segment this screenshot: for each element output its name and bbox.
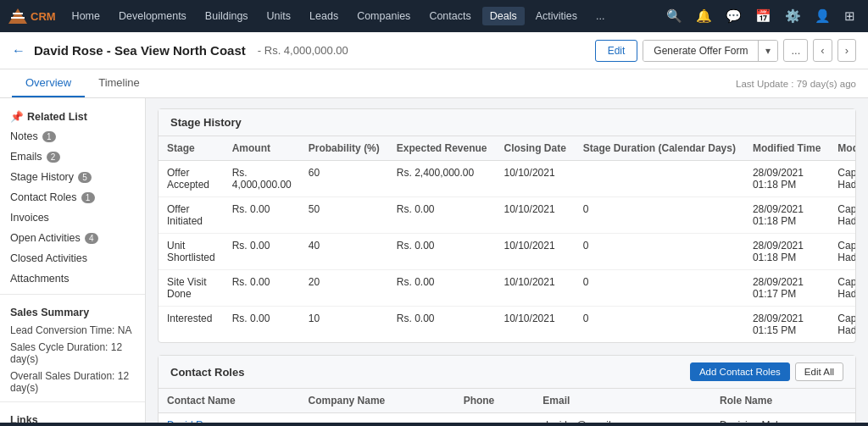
notes-badge: 1	[42, 131, 56, 142]
nav-home[interactable]: Home	[64, 7, 108, 25]
sidebar-item-notes[interactable]: Notes 1	[0, 126, 145, 147]
nav-deals[interactable]: Deals	[482, 7, 525, 25]
col-probability: Probability (%)	[300, 136, 388, 161]
stage-history-table: Stage Amount Probability (%) Expected Re…	[159, 136, 855, 342]
cell-duration	[575, 161, 744, 197]
sidebar-item-closed-activities-label: Closed Activities	[10, 252, 87, 264]
bottom-bar: 🤖 Ask Zia 🔄 ↗ 💬 📞 ⋯	[0, 423, 868, 426]
grid-icon[interactable]: ⊞	[840, 7, 860, 25]
generate-dropdown-icon[interactable]: ▾	[759, 41, 777, 61]
cell-closing-date: 10/10/2021	[496, 197, 575, 234]
contact-roles-title: Contact Roles	[170, 366, 244, 379]
sidebar-item-contact-roles[interactable]: Contact Roles 1	[0, 187, 145, 207]
nav-contacts[interactable]: Contacts	[421, 7, 478, 25]
nav-activities[interactable]: Activities	[528, 7, 585, 25]
topnav-right-icons: 🔍 🔔 💬 📅 ⚙️ 👤 ⊞	[662, 7, 860, 25]
sidebar-divider	[0, 294, 145, 295]
sidebar-item-attachments-label: Attachments	[10, 273, 69, 285]
cell-amount: Rs. 0.00	[224, 270, 300, 307]
top-navigation: CRM Home Developments Buildings Units Le…	[0, 0, 868, 32]
stage-history-title: Stage History	[170, 116, 242, 129]
bell-icon[interactable]: 🔔	[692, 7, 716, 25]
cell-expected-revenue: Rs. 0.00	[388, 307, 496, 343]
sales-summary-title: Sales Summary	[0, 300, 145, 322]
stage-history-card: Stage History Stage Amount Probability (…	[158, 108, 856, 343]
nav-leads[interactable]: Leads	[302, 7, 346, 25]
stage-history-badge: 5	[78, 172, 92, 183]
cell-probability: 40	[300, 234, 388, 270]
cell-duration: 0	[575, 234, 744, 270]
nav-buildings[interactable]: Buildings	[198, 7, 256, 25]
cell-probability: 60	[300, 161, 388, 197]
cell-duration: 0	[575, 197, 744, 234]
cell-expected-revenue: Rs. 2,400,000.00	[388, 161, 496, 197]
calendar-icon[interactable]: 📅	[751, 7, 776, 25]
cell-modified-time: 28/09/2021 01:17 PM	[744, 270, 829, 307]
table-row: Offer Initiated Rs. 0.00 50 Rs. 0.00 10/…	[159, 197, 855, 234]
last-update-info: Last Update : 79 day(s) ago	[736, 72, 856, 96]
prev-record-button[interactable]: ‹	[813, 39, 832, 62]
more-options-button[interactable]: ...	[783, 39, 808, 62]
related-list-title: 📌 Related List	[0, 103, 145, 126]
cell-modified-by: Captain Haddock	[829, 234, 855, 270]
settings-icon[interactable]: ⚙️	[781, 7, 805, 25]
cr-col-phone: Phone	[455, 389, 535, 413]
page-subtitle: - Rs. 4,000,000.00	[258, 44, 348, 57]
edit-button[interactable]: Edit	[595, 40, 638, 62]
sidebar-item-invoices[interactable]: Invoices	[0, 207, 145, 228]
cell-duration: 0	[575, 307, 744, 343]
col-expected-revenue: Expected Revenue	[388, 136, 496, 161]
sidebar-item-closed-activities[interactable]: Closed Activities	[0, 248, 145, 268]
tab-overview[interactable]: Overview	[12, 69, 85, 97]
page-title: David Rose - Sea View North Coast	[34, 43, 246, 58]
chat-icon[interactable]: 💬	[721, 7, 746, 25]
cell-modified-time: 28/09/2021 01:18 PM	[744, 197, 829, 234]
content-area: Stage History Stage Amount Probability (…	[146, 98, 868, 423]
nav-developments[interactable]: Developments	[111, 7, 194, 25]
nav-companies[interactable]: Companies	[349, 7, 418, 25]
cell-probability: 50	[300, 197, 388, 234]
open-activities-badge: 4	[85, 233, 98, 244]
sidebar-item-stage-history[interactable]: Stage History 5	[0, 167, 145, 187]
stage-history-table-wrapper: Stage Amount Probability (%) Expected Re…	[159, 136, 855, 342]
col-amount: Amount	[224, 136, 300, 161]
tab-timeline[interactable]: Timeline	[85, 69, 153, 97]
nav-more[interactable]: ...	[588, 7, 612, 25]
add-contact-roles-button[interactable]: Add Contact Roles	[690, 362, 790, 381]
sidebar-item-notes-label: Notes	[10, 130, 38, 142]
back-button[interactable]: ←	[12, 43, 25, 58]
table-row: Interested Rs. 0.00 10 Rs. 0.00 10/10/20…	[159, 307, 855, 343]
sidebar-item-open-activities-label: Open Activities	[10, 232, 81, 244]
cr-col-email: Email	[534, 389, 711, 413]
sidebar-item-open-activities[interactable]: Open Activities 4	[0, 228, 145, 248]
crm-logo: CRM	[8, 8, 56, 24]
stage-history-header: Stage History	[159, 109, 855, 136]
table-row: Unit Shortlisted Rs. 0.00 40 Rs. 0.00 10…	[159, 234, 855, 270]
cell-closing-date: 10/10/2021	[496, 270, 575, 307]
col-stage: Stage	[159, 136, 224, 161]
cell-amount: Rs. 0.00	[224, 234, 300, 270]
next-record-button[interactable]: ›	[837, 39, 856, 62]
cell-closing-date: 10/10/2021	[496, 234, 575, 270]
sidebar-item-attachments[interactable]: Attachments	[0, 268, 145, 289]
cr-cell-contact-name[interactable]: David Rose	[159, 413, 300, 423]
search-icon[interactable]: 🔍	[662, 7, 687, 25]
sidebar-item-emails[interactable]: Emails 2	[0, 147, 145, 167]
cr-cell-email: davidro@gmail.com	[534, 413, 711, 423]
generate-offer-button[interactable]: Generate Offer Form	[643, 41, 759, 61]
cell-modified-by: Captain Haddock	[829, 270, 855, 307]
cr-col-company-name: Company Name	[300, 389, 455, 413]
sidebar-item-emails-label: Emails	[10, 151, 42, 163]
cell-stage: Site Visit Done	[159, 270, 224, 307]
cell-modified-time: 28/09/2021 01:18 PM	[744, 234, 829, 270]
user-avatar[interactable]: 👤	[810, 7, 835, 25]
cell-duration: 0	[575, 270, 744, 307]
edit-all-button[interactable]: Edit All	[795, 362, 843, 381]
col-modified-by: Modified By	[829, 136, 855, 161]
nav-units[interactable]: Units	[259, 7, 298, 25]
cell-probability: 20	[300, 270, 388, 307]
cell-stage: Unit Shortlisted	[159, 234, 224, 270]
sidebar-item-contact-roles-label: Contact Roles	[10, 191, 77, 203]
cell-stage: Offer Initiated	[159, 197, 224, 234]
breadcrumb-actions: Edit Generate Offer Form ▾ ... ‹ ›	[595, 39, 856, 62]
